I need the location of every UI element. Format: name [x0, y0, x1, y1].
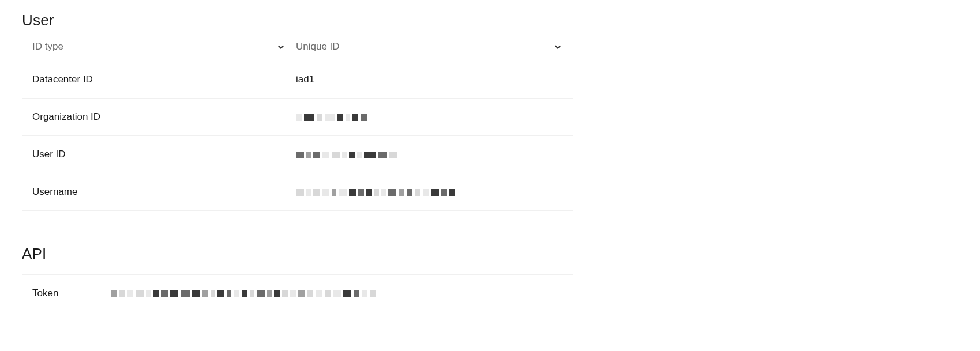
table-row: Username [22, 173, 573, 211]
row-value-redacted [296, 111, 573, 123]
row-value-redacted [296, 186, 573, 198]
api-row-value-redacted [111, 288, 573, 299]
user-section: User ID type Unique ID Datacenter ID iad… [22, 12, 958, 211]
user-table-header: ID type Unique ID [22, 41, 573, 61]
row-label: User ID [22, 149, 296, 160]
row-value: iad1 [296, 74, 573, 85]
api-section-title: API [22, 245, 958, 263]
table-row: Datacenter ID iad1 [22, 61, 573, 99]
api-section: API Token [22, 245, 958, 312]
chevron-down-icon [276, 42, 286, 51]
header-id-type[interactable]: ID type [22, 41, 296, 52]
redacted-value [111, 290, 376, 297]
header-id-type-label: ID type [32, 41, 63, 52]
redacted-value [296, 114, 367, 121]
chevron-down-icon [553, 42, 562, 51]
user-table: ID type Unique ID Datacenter ID iad1 Org… [22, 41, 573, 211]
table-row: User ID [22, 136, 573, 173]
row-value-redacted [296, 149, 573, 160]
row-label: Datacenter ID [22, 74, 296, 85]
header-unique-id-label: Unique ID [296, 41, 340, 52]
header-unique-id[interactable]: Unique ID [296, 41, 573, 52]
row-label: Organization ID [22, 111, 296, 123]
redacted-value [296, 152, 397, 158]
table-row: Organization ID [22, 99, 573, 136]
section-divider [22, 225, 679, 225]
row-label: Username [22, 186, 296, 198]
user-section-title: User [22, 12, 958, 29]
api-row-label: Token [22, 288, 111, 299]
api-row: Token [22, 274, 573, 312]
redacted-value [296, 189, 455, 196]
